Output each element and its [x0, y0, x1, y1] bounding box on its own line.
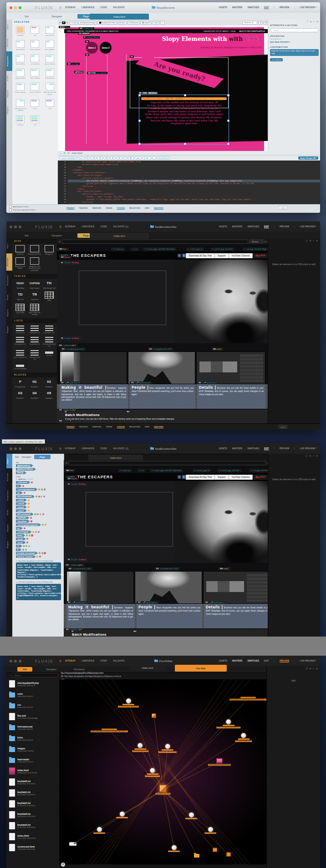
code-button-br[interactable]: BR — [128, 156, 133, 160]
edit-style-icon[interactable]: ⧉ — [265, 241, 266, 243]
code-button-b[interactable]: b — [143, 156, 147, 160]
skeleton-item[interactable]: seven columns — [43, 53, 57, 67]
sidebar-tab-styles[interactable]: Styles — [6, 454, 12, 468]
menu-assets[interactable]: ASSETS — [219, 6, 227, 9]
skeleton-item[interactable]: row — [28, 114, 42, 128]
css-rule-chip[interactable]: .font1 — [16, 541, 26, 544]
li-tag[interactable]: LI +current_page_item font2 #downloads — [143, 248, 176, 251]
social-tumblr-icon[interactable]: t — [178, 475, 181, 479]
file-row[interactable]: notes.html21 Oct 2015, 16:01:23 2k — [6, 831, 59, 842]
menu-validate[interactable]: VALIDATE (1) — [113, 226, 128, 228]
js-file-chip[interactable]: jquery-ui.min.js — [16, 468, 36, 471]
element-item[interactable]: PParagraph (p) — [13, 378, 27, 389]
minimize-button[interactable] — [14, 6, 17, 9]
css-rule-chip[interactable]: .color1 — [16, 509, 27, 512]
add-tab-icon[interactable]: + — [60, 152, 61, 154]
gear-icon[interactable]: ⚙ — [316, 240, 318, 242]
li-tag[interactable]: LI +current_pa — [112, 248, 125, 251]
colorband-tag[interactable]: DIV +colorband color1 — [65, 564, 84, 567]
rotation-button[interactable]: ⟳ Rotation — [127, 21, 139, 25]
div-se-slope-tag[interactable]: DIV +se-slope — [67, 63, 80, 65]
menu-swatches[interactable]: SWATCHES — [247, 660, 259, 662]
css-rule-row[interactable]: a:hover, a:active — [16, 555, 64, 558]
code-button-p[interactable]: P — [123, 156, 127, 160]
zoom-button[interactable] — [19, 6, 21, 9]
css-rule-row[interactable]: .mainword — [16, 481, 64, 484]
menu-sitemap[interactable]: SITEMAP — [65, 447, 76, 450]
h2-tag[interactable]: H2 +fancyfont #subhead — [66, 558, 87, 561]
photo-tile[interactable] — [60, 351, 127, 384]
footer-link-frames[interactable]: FRAMES — [66, 426, 75, 428]
skeleton-item[interactable]: two columns — [13, 39, 27, 52]
sitemap-node[interactable] — [69, 842, 76, 846]
sitemap-node[interactable] — [93, 827, 105, 834]
footer-link-padding[interactable]: PADDING — [79, 426, 88, 428]
body-tag[interactable]: BODY .no-js — [59, 26, 70, 28]
element-item[interactable]: Empty Div with border — [13, 256, 27, 272]
layout-button[interactable]: ▦ Layout — [140, 21, 151, 25]
sidebar-tab-elements[interactable]: Elements — [6, 34, 12, 51]
tab-page[interactable]: Page — [34, 455, 51, 459]
sitemap-node[interactable] — [185, 813, 197, 819]
gear-icon[interactable]: ⚙ — [64, 152, 66, 154]
toolbar-field[interactable] — [62, 240, 249, 244]
banner[interactable] — [57, 260, 268, 343]
menu-sitemap[interactable]: SITEMAP — [65, 226, 76, 228]
appropriate-objects-checkbox[interactable]: Only show appropriate objects — [9, 209, 320, 211]
zoom-button[interactable] — [19, 226, 21, 228]
element-item[interactable]: H2Heading 2 — [42, 378, 56, 389]
tab-navigator[interactable]: Navigator — [46, 233, 67, 238]
footer-link-relations[interactable]: RELATIONS — [129, 426, 140, 428]
img-tag[interactable]: IMG — [132, 630, 138, 633]
img-tag[interactable]: IMG color3 — [219, 567, 230, 570]
css-rule-chip[interactable]: .fancyfont — [16, 520, 30, 522]
menu-libraries[interactable]: LIBRARIES — [82, 660, 94, 662]
sitemap-node[interactable] — [194, 854, 199, 858]
css-rule-row[interactable]: DIV.colorband — [16, 513, 64, 516]
add-icon[interactable]: + — [313, 240, 314, 242]
css-rule-row[interactable]: li — [16, 548, 64, 551]
sitemap-node[interactable]: FluxV6Site/index.html — [155, 785, 170, 795]
menu-code[interactable]: CODE — [100, 660, 107, 662]
sitemap-node[interactable]: images/signupscreengrabsmall.jpg — [208, 758, 231, 766]
globe-icon[interactable]: ⚲ — [59, 225, 61, 228]
gear-icon[interactable]: ⚙ — [59, 241, 61, 243]
css-rule-chip[interactable]: h3 — [16, 492, 23, 494]
li-tag[interactable]: LI +current_page_item font2 — [218, 469, 241, 472]
li-tag[interactable]: LI +alt_page_item font2 #buyb — [250, 469, 268, 472]
font-link-row[interactable]: ⊖http://fonts.googleapis.com/css?family=… — [16, 581, 62, 583]
skeleton-item[interactable]: offset-by-six six columns — [13, 98, 27, 114]
element-item[interactable]: CAPTIONTable Caption — [28, 279, 42, 290]
menu-preview[interactable]: PREVIEW — [280, 6, 289, 9]
file-row[interactable]: impromptu2 Feb 2016, 09:21:07 · — [6, 755, 59, 766]
sitemap-node[interactable]: FluxV6Site/screencast.html — [158, 744, 177, 753]
file-row[interactable]: font-awesome2 Feb 2016, 09:21:07 · — [6, 722, 59, 733]
gear-icon[interactable]: ⚙ — [316, 667, 318, 670]
photo-tile[interactable] — [128, 351, 195, 384]
menu-edit[interactable]: EDIT — [264, 226, 269, 228]
css-rule-chip[interactable]: .color3 — [16, 499, 27, 502]
div-codrops-top-tag[interactable]: DIV +codrops-top — [79, 27, 94, 30]
textparent-tag[interactable]: DIV +sq P ngrabtextparent — [60, 381, 82, 384]
stylesheet-row[interactable]: ⊖main.css(screen) — [16, 478, 62, 481]
add-media-chip[interactable]: Add Media — [148, 92, 158, 94]
traffic-lights[interactable] — [10, 226, 21, 228]
code-button-h4[interactable]: H4 — [104, 156, 109, 160]
code-button-insert-flux-id[interactable]: Insert Flux ID — [157, 156, 171, 160]
social-facebook-icon[interactable]: f — [182, 254, 186, 257]
element-item[interactable]: Unordered List — [28, 324, 42, 335]
banner-tag[interactable]: DIV #banner — [66, 477, 79, 480]
li-tag[interactable]: LI +current_pa — [118, 469, 132, 472]
file-row[interactable]: flux.xml21 Oct 2015, 16:01:09 640b — [6, 711, 59, 722]
traffic-lights[interactable] — [10, 660, 21, 662]
element-item[interactable]: Description List — [13, 335, 27, 348]
sidebar-tab-elements[interactable]: Elements — [6, 253, 12, 271]
css-rule-chip[interactable]: .screengrabparent — [16, 488, 38, 491]
code-button-h5[interactable]: H5 — [110, 156, 116, 160]
css-rule-row[interactable]: DIV.colorband2 — [16, 495, 64, 498]
footer-link-relations[interactable]: RELATIONS — [129, 207, 140, 209]
zoom-level[interactable]: 100% — [279, 425, 287, 429]
css-rule-row[interactable]: .font2 — [16, 537, 64, 540]
gear-icon[interactable]: ⚙ — [59, 21, 61, 24]
file-tab[interactable]: /index.html — [90, 233, 149, 239]
